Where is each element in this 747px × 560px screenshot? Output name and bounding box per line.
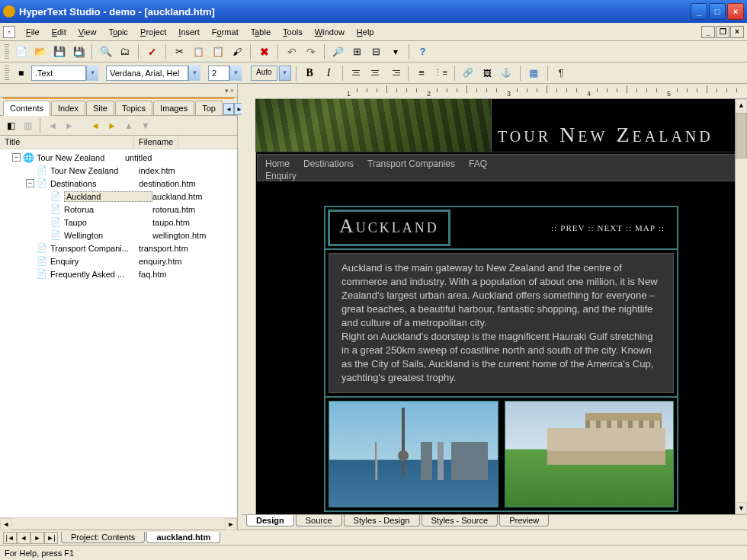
- menu-view[interactable]: View: [72, 25, 103, 39]
- style-combo-value[interactable]: .Text: [31, 66, 86, 81]
- scroll-left-button[interactable]: ◄: [0, 518, 12, 530]
- link-button[interactable]: [460, 65, 477, 82]
- menu-table[interactable]: Table: [245, 25, 277, 39]
- page-nav-link[interactable]: Enquiry: [265, 171, 297, 181]
- panel-tab-site[interactable]: Site: [86, 101, 114, 115]
- align-right-button[interactable]: [386, 65, 403, 82]
- page-nav-link[interactable]: FAQ: [469, 158, 487, 169]
- tree-item[interactable]: −Tour New Zealanduntitled: [2, 151, 236, 164]
- tree-header-title[interactable]: Title: [0, 136, 134, 149]
- move-left-button[interactable]: ◄: [88, 118, 103, 133]
- mdi-system-icon[interactable]: ▫: [3, 26, 15, 38]
- save-all-button[interactable]: [69, 43, 87, 60]
- collapse-all-button[interactable]: ◧: [3, 118, 18, 133]
- tree-item[interactable]: Frequently Asked ...faq.htm: [2, 267, 236, 280]
- open-button[interactable]: [31, 43, 49, 60]
- menu-edit[interactable]: Edit: [46, 25, 72, 39]
- scrollbar-track[interactable]: [12, 518, 225, 530]
- preview-button[interactable]: [97, 43, 114, 60]
- spellcheck-button[interactable]: [143, 43, 161, 60]
- tree-item[interactable]: Tour New Zealandindex.htm: [2, 164, 236, 177]
- content-image-museum[interactable]: [505, 401, 675, 507]
- panel-close-button[interactable]: ×: [230, 87, 234, 94]
- tree-expander[interactable]: −: [26, 179, 34, 187]
- tree-item[interactable]: Taupotaupo.htm: [2, 216, 236, 229]
- scroll-up-button[interactable]: ▲: [736, 99, 747, 111]
- content-image-skyline[interactable]: [329, 401, 499, 507]
- panel-tab-index[interactable]: Index: [51, 101, 85, 115]
- maximize-button[interactable]: □: [709, 3, 726, 20]
- tree-item[interactable]: Wellingtonwellington.htm: [2, 229, 236, 242]
- page-heading[interactable]: Auckland: [339, 215, 439, 238]
- menu-insert[interactable]: Insert: [172, 25, 206, 39]
- move-down-button[interactable]: ▼: [138, 118, 153, 133]
- tree-item[interactable]: Enquiryenquiry.htm: [2, 254, 236, 267]
- new-button[interactable]: [12, 43, 30, 60]
- undo-button[interactable]: [283, 43, 300, 60]
- minimize-button[interactable]: _: [691, 3, 707, 20]
- editor-tab-source[interactable]: Source: [296, 515, 342, 526]
- tree-item[interactable]: Transport Compani...transport.htm: [2, 242, 236, 254]
- design-canvas[interactable]: tour New Zealand HomeDestinationsTranspo…: [242, 99, 747, 514]
- scroll-down-button[interactable]: ▼: [736, 502, 747, 514]
- toolbar-grip[interactable]: [5, 66, 9, 81]
- tabs-scroll-left[interactable]: ◄: [223, 103, 234, 115]
- paragraph[interactable]: Right on Auckland's doorstep is the magn…: [341, 330, 661, 385]
- find-button[interactable]: [329, 43, 347, 60]
- mdi-close-button[interactable]: ×: [730, 26, 744, 38]
- save-button[interactable]: [50, 43, 68, 60]
- nav-map-link[interactable]: MAP: [635, 223, 656, 232]
- page-nav-link[interactable]: Transport Companies: [367, 158, 455, 169]
- vertical-scrollbar[interactable]: ▲ ▼: [735, 99, 747, 514]
- align-left-button[interactable]: [348, 65, 365, 82]
- tree-item[interactable]: Rotoruarotorua.htm: [2, 203, 236, 216]
- bold-button[interactable]: [301, 65, 319, 82]
- move-right-button[interactable]: ►: [104, 118, 120, 133]
- bulleted-list-button[interactable]: [432, 65, 450, 82]
- panel-tab-topics[interactable]: Topics: [115, 101, 152, 115]
- page-content[interactable]: tour New Zealand HomeDestinationsTranspo…: [255, 99, 747, 514]
- tab-prev-button[interactable]: ◄: [17, 532, 30, 544]
- font-combo[interactable]: Verdana, Arial, Hel ▼: [106, 66, 200, 81]
- panel-tab-images[interactable]: Images: [153, 101, 194, 115]
- align-center-button[interactable]: [367, 65, 384, 82]
- nav-back-button[interactable]: ◄: [45, 118, 60, 133]
- menu-topic[interactable]: Topic: [102, 25, 134, 39]
- size-combo[interactable]: 2 ▼: [208, 66, 242, 81]
- nav-prev-link[interactable]: PREV: [560, 223, 585, 232]
- copy-button[interactable]: [190, 43, 207, 60]
- tool-c-button[interactable]: ▾: [386, 43, 404, 60]
- page-nav-link[interactable]: Destinations: [303, 158, 354, 169]
- table-button[interactable]: [525, 65, 543, 82]
- style-indicator-button[interactable]: ■: [12, 65, 30, 82]
- image-button[interactable]: [479, 65, 496, 82]
- expand-all-button[interactable]: ▥: [20, 118, 35, 133]
- close-button[interactable]: ×: [727, 3, 744, 20]
- menu-tools[interactable]: Tools: [277, 25, 309, 39]
- tab-first-button[interactable]: |◄: [3, 532, 17, 544]
- tab-last-button[interactable]: ►|: [44, 532, 58, 544]
- mdi-minimize-button[interactable]: _: [701, 26, 715, 38]
- doc-tab[interactable]: auckland.htm: [146, 532, 220, 543]
- tree-item[interactable]: Aucklandauckland.htm: [2, 190, 236, 203]
- cut-button[interactable]: [171, 43, 188, 60]
- menu-window[interactable]: Window: [309, 25, 351, 39]
- size-combo-value[interactable]: 2: [208, 66, 229, 81]
- horizontal-ruler[interactable]: 12345: [255, 84, 747, 99]
- project-button[interactable]: [116, 43, 133, 60]
- numbered-list-button[interactable]: [413, 65, 431, 82]
- tree-expander[interactable]: −: [12, 153, 21, 162]
- move-up-button[interactable]: ▲: [121, 118, 136, 133]
- paragraph[interactable]: Auckland is the main gateway to New Zeal…: [341, 261, 661, 330]
- editor-tab-styles-design[interactable]: Styles - Design: [344, 515, 420, 526]
- paste-button[interactable]: [209, 43, 226, 60]
- nav-next-link[interactable]: NEXT: [598, 223, 623, 232]
- color-auto-button[interactable]: Auto: [251, 66, 277, 81]
- tool-b-button[interactable]: [367, 43, 385, 60]
- project-tree[interactable]: −Tour New ZealanduntitledTour New Zealan…: [0, 149, 237, 517]
- menu-format[interactable]: Format: [206, 25, 245, 39]
- chevron-down-icon[interactable]: ▼: [229, 66, 242, 81]
- content-text[interactable]: Auckland is the main gateway to New Zeal…: [329, 253, 674, 393]
- chevron-down-icon[interactable]: ▼: [188, 66, 200, 81]
- scrollbar-track[interactable]: [736, 158, 747, 502]
